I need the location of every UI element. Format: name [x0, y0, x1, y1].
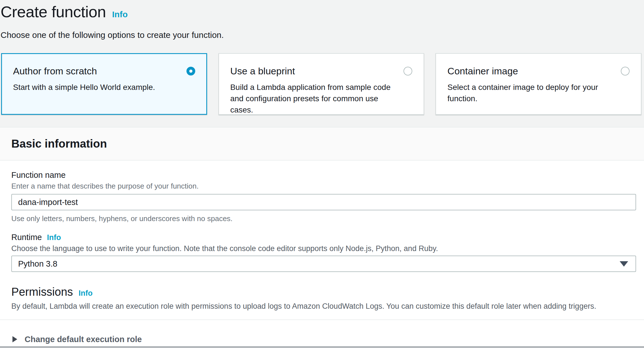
card-description: Select a container image to deploy for y…: [447, 82, 617, 104]
permissions-description: By default, Lambda will create an execut…: [11, 301, 636, 311]
basic-information-header: Basic information: [0, 128, 644, 161]
runtime-info-link[interactable]: Info: [47, 233, 61, 242]
title-row: Create function Info: [1, 2, 644, 21]
option-card-use-a-blueprint[interactable]: Use a blueprint Build a Lambda applicati…: [218, 53, 424, 115]
basic-information-heading: Basic information: [11, 137, 107, 150]
create-function-page: Create function Info Choose one of the f…: [0, 0, 644, 350]
change-default-execution-role-expander[interactable]: Change default execution role: [0, 320, 644, 347]
creation-option-cards: Author from scratch Start with a simple …: [1, 53, 644, 115]
card-title-author-from-scratch: Author from scratch: [13, 66, 97, 77]
radio-selected-icon[interactable]: [186, 67, 195, 75]
permissions-heading-row: Permissions Info: [11, 285, 636, 299]
card-title-row: Author from scratch: [13, 66, 195, 77]
basic-information-body: Function name Enter a name that describe…: [0, 161, 644, 311]
option-card-author-from-scratch[interactable]: Author from scratch Start with a simple …: [1, 53, 207, 115]
expander-label: Change default execution role: [25, 335, 142, 344]
card-description: Start with a simple Hello World example.: [13, 82, 183, 93]
function-name-label: Function name: [11, 170, 66, 180]
function-name-field: Function name Enter a name that describe…: [11, 170, 636, 223]
function-name-constraint: Use only letters, numbers, hyphens, or u…: [11, 214, 636, 223]
runtime-label: Runtime: [11, 232, 42, 242]
caret-right-icon: [12, 336, 17, 342]
card-title-row: Container image: [447, 66, 630, 77]
permissions-heading: Permissions: [11, 285, 73, 299]
bottom-rule: [0, 347, 644, 347]
page-subtitle: Choose one of the following options to c…: [1, 30, 644, 40]
runtime-help: Choose the language to use to write your…: [11, 244, 636, 253]
option-card-container-image[interactable]: Container image Select a container image…: [435, 53, 641, 115]
card-title-use-a-blueprint: Use a blueprint: [230, 66, 295, 77]
page-header: Create function Info Choose one of the f…: [0, 0, 644, 128]
function-name-input[interactable]: [11, 194, 636, 210]
basic-information-panel: Basic information Function name Enter a …: [0, 128, 644, 347]
runtime-select[interactable]: Python 3.8: [11, 256, 636, 272]
runtime-field: Runtime Info Choose the language to use …: [11, 232, 636, 272]
runtime-label-row: Runtime Info: [11, 232, 636, 242]
card-description: Build a Lambda application from sample c…: [230, 82, 400, 116]
permissions-info-link[interactable]: Info: [79, 289, 93, 298]
page-title: Create function: [1, 2, 106, 21]
runtime-selected-value: Python 3.8: [18, 259, 57, 269]
chevron-down-icon: [620, 261, 628, 267]
radio-unselected-icon[interactable]: [621, 67, 630, 75]
radio-unselected-icon[interactable]: [403, 67, 412, 75]
page-title-info-link[interactable]: Info: [112, 10, 128, 19]
function-name-help: Enter a name that describes the purpose …: [11, 182, 636, 191]
card-title-row: Use a blueprint: [230, 66, 413, 77]
card-title-container-image: Container image: [447, 66, 518, 77]
